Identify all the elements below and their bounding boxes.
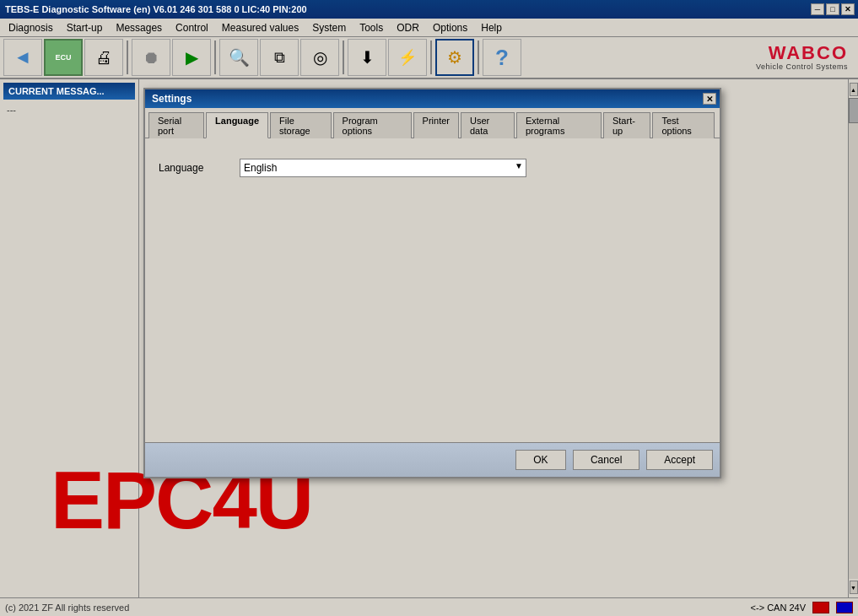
tab-serial-port[interactable]: Serial port	[148, 112, 204, 138]
tabs-container: Serial port Language File storage Progra…	[145, 108, 720, 138]
status-indicator-red	[812, 602, 829, 613]
scrollbar-track	[849, 98, 859, 579]
status-right: <-> CAN 24V	[751, 602, 853, 613]
ecu-icon: ECU	[55, 53, 71, 62]
right-panel: ▲ ▼	[848, 79, 858, 597]
dialog-footer: OK Cancel Accept	[145, 442, 720, 477]
scrollbar-thumb[interactable]	[849, 98, 859, 123]
language-select-wrapper: English German French Spanish Italian Po…	[240, 159, 526, 177]
play-button[interactable]: ▶	[172, 39, 211, 76]
toolbar-separator-3	[343, 41, 344, 74]
can-status: <-> CAN 24V	[751, 602, 806, 613]
play-icon: ▶	[186, 47, 198, 68]
menu-bar: Diagnosis Start-up Messages Control Meas…	[0, 19, 858, 37]
gear-button[interactable]: ⚙	[435, 39, 474, 76]
tab-language[interactable]: Language	[206, 112, 268, 138]
tab-user-data[interactable]: User data	[461, 112, 515, 138]
toolbar-separator-4	[430, 41, 432, 74]
status-indicator-blue	[836, 602, 853, 613]
menu-help[interactable]: Help	[474, 20, 509, 35]
menu-diagnosis[interactable]: Diagnosis	[2, 20, 60, 35]
wabco-logo: WABCO Vehicle Control Systems	[756, 44, 855, 71]
toolbar-separator-5	[478, 41, 479, 74]
down-icon: ⬇	[360, 47, 375, 68]
close-button[interactable]: ✕	[841, 3, 855, 15]
ecu-button[interactable]: ECU	[44, 39, 83, 76]
toolbar-separator-2	[214, 41, 216, 74]
language-label: Language	[159, 162, 226, 174]
tab-external-programs[interactable]: External programs	[516, 112, 602, 138]
tab-program-options[interactable]: Program options	[333, 112, 412, 138]
dial-button[interactable]: ◎	[300, 39, 339, 76]
menu-messages[interactable]: Messages	[109, 20, 169, 35]
dialog-title: Settings	[152, 93, 192, 105]
menu-tools[interactable]: Tools	[353, 20, 390, 35]
copy-icon: ⧉	[274, 49, 285, 67]
toolbar-separator-1	[127, 41, 128, 74]
accept-button[interactable]: Accept	[646, 450, 713, 470]
help-icon: ?	[495, 45, 509, 71]
menu-measured-values[interactable]: Measured values	[215, 20, 305, 35]
main-area: CURRENT MESSAG... --- EPC4U Settings ✕ S…	[0, 79, 858, 597]
measure-button[interactable]: ⚡	[388, 39, 427, 76]
dialog-content: Language English German French Spanish I…	[145, 138, 720, 442]
menu-system[interactable]: System	[305, 20, 353, 35]
status-copyright: (c) 2021 ZF All rights reserved	[5, 602, 129, 613]
menu-options[interactable]: Options	[426, 20, 474, 35]
tab-startup[interactable]: Start-up	[603, 112, 650, 138]
print-button[interactable]: 🖨	[84, 39, 123, 76]
copy-button[interactable]: ⧉	[260, 39, 299, 76]
maximize-button[interactable]: □	[826, 3, 839, 15]
left-panel: CURRENT MESSAG... ---	[0, 79, 139, 597]
toolbar: ◄ ECU 🖨 ⏺ ▶ 🔍 ⧉ ◎ ⬇ ⚡ ⚙ ? WABCO Vehicle …	[0, 37, 858, 79]
wabco-subtitle: Vehicle Control Systems	[756, 62, 848, 71]
title-bar-controls: ─ □ ✕	[811, 3, 855, 15]
left-panel-title: CURRENT MESSAG...	[8, 86, 105, 96]
minimize-button[interactable]: ─	[811, 3, 824, 15]
record-icon: ⏺	[143, 48, 159, 68]
dial-icon: ◎	[313, 47, 327, 68]
scroll-up-button[interactable]: ▲	[850, 83, 858, 96]
down-button[interactable]: ⬇	[348, 39, 386, 76]
scroll-down-button[interactable]: ▼	[850, 581, 858, 594]
print-icon: 🖨	[95, 48, 112, 68]
help-button[interactable]: ?	[483, 39, 521, 76]
menu-startup[interactable]: Start-up	[60, 20, 110, 35]
gear-icon: ⚙	[447, 47, 462, 68]
dialog-close-button[interactable]: ✕	[703, 93, 716, 105]
dialog-title-bar: Settings ✕	[145, 89, 720, 108]
wabco-brand: WABCO	[769, 44, 848, 62]
cancel-button[interactable]: Cancel	[573, 450, 639, 470]
left-panel-header: CURRENT MESSAG...	[3, 83, 135, 100]
language-row: Language English German French Spanish I…	[159, 159, 706, 177]
settings-dialog: Settings ✕ Serial port Language File sto…	[143, 88, 721, 478]
record-button[interactable]: ⏺	[132, 39, 170, 76]
back-icon: ◄	[13, 46, 32, 68]
back-button[interactable]: ◄	[3, 39, 42, 76]
menu-odr[interactable]: ODR	[390, 20, 426, 35]
title-bar: TEBS-E Diagnostic Software (en) V6.01 24…	[0, 0, 858, 19]
ok-button[interactable]: OK	[515, 450, 566, 470]
left-panel-row: ---	[3, 103, 135, 116]
language-select[interactable]: English German French Spanish Italian Po…	[240, 159, 526, 177]
tab-file-storage[interactable]: File storage	[270, 112, 332, 138]
measure-icon: ⚡	[398, 48, 417, 67]
search-icon: 🔍	[229, 47, 250, 68]
app-title: TEBS-E Diagnostic Software (en) V6.01 24…	[5, 4, 307, 14]
search-button[interactable]: 🔍	[219, 39, 258, 76]
status-bar: (c) 2021 ZF All rights reserved <-> CAN …	[0, 597, 858, 616]
tab-printer[interactable]: Printer	[413, 112, 459, 138]
tab-test-options[interactable]: Test options	[652, 112, 715, 138]
menu-control[interactable]: Control	[169, 20, 215, 35]
